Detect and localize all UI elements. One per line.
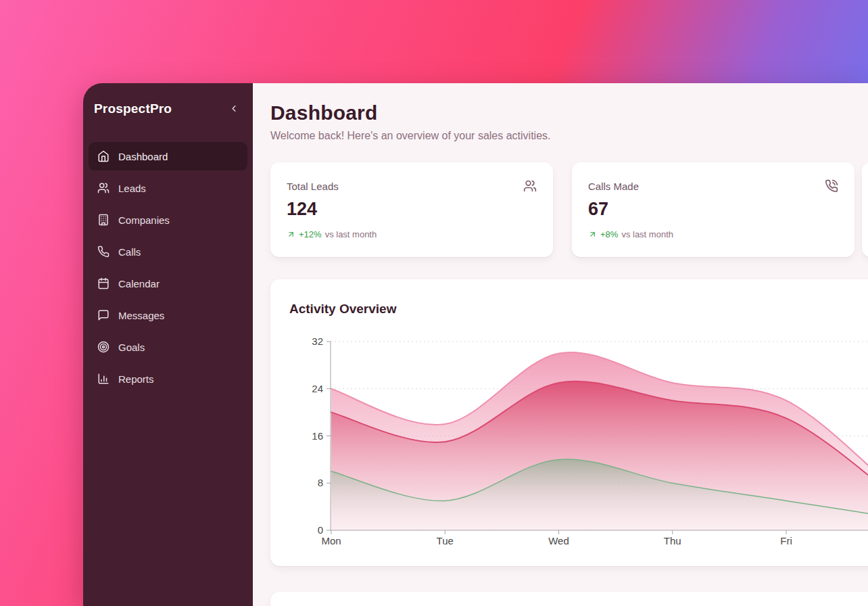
svg-text:Wed: Wed: [548, 535, 569, 546]
svg-text:24: 24: [312, 383, 323, 394]
sidebar-item-reports[interactable]: Reports: [89, 365, 247, 393]
users-icon: [523, 179, 537, 193]
sidebar-item-messages[interactable]: Messages: [89, 301, 247, 329]
svg-text:Thu: Thu: [664, 535, 681, 546]
trend-percent: +12%: [299, 229, 322, 239]
chevron-left-icon: [228, 103, 240, 114]
sidebar-nav: DashboardLeadsCompaniesCallsCalendarMess…: [89, 142, 247, 393]
sidebar-header: ProspectPro: [89, 97, 247, 116]
stat-card: Total Leads124+12%vs last month: [270, 162, 553, 257]
stat-trend: +8%vs last month: [588, 229, 838, 239]
stat-value: 124: [287, 199, 537, 220]
sidebar: ProspectPro DashboardLeadsCompaniesCalls…: [83, 83, 253, 606]
target-icon: [97, 341, 110, 353]
stat-label: Calls Made: [588, 181, 838, 192]
app-window: ProspectPro DashboardLeadsCompaniesCalls…: [83, 83, 868, 606]
arrow-up-right-icon: [588, 230, 597, 239]
sidebar-item-label: Reports: [118, 373, 154, 385]
arrow-up-right-icon: [287, 230, 295, 239]
trend-suffix: vs last month: [621, 229, 673, 239]
chart-column-icon: [97, 373, 110, 385]
svg-text:8: 8: [318, 477, 323, 488]
activity-chart: 08162432MonTueWedThuFri: [270, 287, 868, 548]
stat-card: Calls Made67+8%vs last month: [572, 162, 854, 257]
trend-percent: +8%: [600, 229, 618, 239]
sidebar-item-leads[interactable]: Leads: [89, 174, 247, 202]
sidebar-item-label: Messages: [118, 310, 164, 321]
sidebar-collapse-button[interactable]: [225, 101, 243, 116]
stat-trend: +12%vs last month: [287, 229, 537, 239]
sidebar-item-dashboard[interactable]: Dashboard: [89, 142, 247, 170]
svg-text:0: 0: [318, 524, 323, 536]
sidebar-item-companies[interactable]: Companies: [89, 206, 247, 234]
svg-text:32: 32: [312, 335, 323, 347]
stat-value: 67: [588, 199, 838, 220]
sidebar-item-label: Goals: [118, 342, 145, 353]
sidebar-item-label: Calls: [118, 246, 141, 258]
sidebar-item-calendar[interactable]: Calendar: [89, 269, 247, 298]
sidebar-item-label: Leads: [118, 183, 146, 194]
stat-card-clipped: [862, 162, 868, 257]
home-icon: [97, 150, 110, 162]
sidebar-item-calls[interactable]: Calls: [89, 237, 247, 266]
trend-suffix: vs last month: [325, 229, 377, 239]
main-content: Dashboard Welcome back! Here's an overvi…: [253, 83, 868, 606]
stats-row: Total Leads124+12%vs last monthCalls Mad…: [270, 162, 868, 257]
page-title: Dashboard: [270, 101, 868, 124]
building-icon: [97, 214, 110, 226]
gradient-background: ProspectPro DashboardLeadsCompaniesCalls…: [0, 0, 868, 606]
calendar-icon: [97, 277, 110, 289]
svg-text:Tue: Tue: [437, 535, 454, 546]
page-subtitle: Welcome back! Here's an overview of your…: [270, 130, 868, 142]
message-square-icon: [97, 309, 110, 321]
svg-text:Fri: Fri: [780, 535, 792, 546]
svg-text:Mon: Mon: [321, 535, 341, 546]
sidebar-item-label: Dashboard: [118, 151, 168, 162]
sidebar-item-goals[interactable]: Goals: [89, 333, 247, 361]
stat-label: Total Leads: [287, 181, 537, 192]
phone-icon: [97, 246, 110, 258]
sidebar-item-label: Calendar: [118, 278, 160, 289]
next-section-card: [270, 592, 868, 606]
app-logo: ProspectPro: [94, 101, 172, 116]
svg-text:16: 16: [312, 430, 323, 442]
activity-overview-card: Activity Overview 08162432MonTueWedThuFr…: [270, 279, 868, 566]
sidebar-item-label: Companies: [118, 214, 170, 226]
phone-call-icon: [825, 179, 838, 193]
users-icon: [97, 182, 110, 194]
